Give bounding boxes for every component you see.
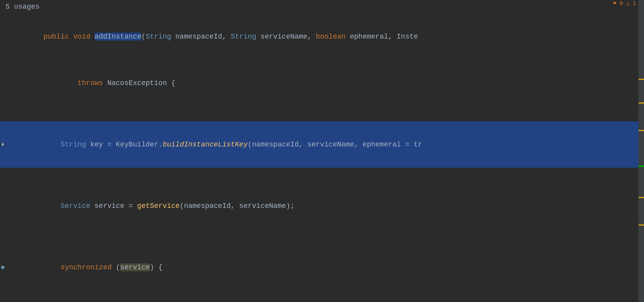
usages-header: 5 usages ⚑ 0 △ 1 — [0, 0, 644, 13]
token-synchronized: synchronized — [61, 263, 116, 271]
blank-line-5 — [0, 168, 644, 183]
gutter-marker-8 — [1, 266, 4, 269]
line-content-6: Service service = getService(namespaceId… — [6, 183, 644, 228]
token-indent2 — [43, 79, 77, 87]
token-paren1: ( — [141, 33, 146, 41]
token-throws: throws — [78, 79, 108, 87]
token-getservice: getService — [137, 202, 180, 210]
code-line-8: synchronized (service) { — [0, 244, 644, 291]
token-rest-params: ephemeral, Inste — [345, 33, 418, 41]
scroll-indicator-1 — [638, 79, 644, 80]
token-servicename-param: serviceName, — [256, 33, 316, 41]
token-dot1: . — [158, 141, 163, 148]
token-keybuilder: KeyBuilder — [116, 141, 158, 148]
token-boolean: boolean — [316, 33, 346, 41]
line-content-2: throws NacosException { — [6, 61, 644, 106]
token-service-var: service = — [90, 202, 137, 210]
line-content-1: public void addInstance(String namespace… — [6, 14, 644, 59]
token-equals-tr: = tr — [401, 141, 422, 148]
scroll-indicator-3 — [638, 130, 644, 131]
code-container: 5 usages ⚑ 0 △ 1 public void addInstance… — [0, 0, 644, 302]
token-void: void — [73, 33, 95, 41]
badge-errors: △ 1 — [626, 0, 636, 7]
token-indent8 — [43, 263, 60, 271]
token-namespace-param: namespaceId, — [171, 33, 231, 41]
code-line-6: Service service = getService(namespaceId… — [0, 183, 644, 229]
line-content-4: String key = KeyBuilder.buildInstanceLis… — [6, 122, 644, 167]
token-buildinstancelistkey: buildInstanceListKey — [163, 141, 248, 148]
line-content-9: List<Instance> instanceList = addIpAddre… — [6, 291, 644, 302]
token-string2: String — [231, 33, 256, 41]
top-badges: ⚑ 0 △ 1 — [613, 0, 636, 7]
scroll-indicator-2 — [638, 102, 644, 104]
token-public: public — [43, 33, 73, 41]
token-getservice-params: (namespaceId, serviceName); — [180, 202, 295, 210]
scroll-indicator-4 — [638, 165, 644, 167]
token-sync-paren: ( — [116, 263, 120, 271]
gutter-8 — [0, 266, 6, 269]
gutter-marker-4 — [1, 143, 4, 146]
blank-line-3 — [0, 106, 644, 121]
token-service-ref: service — [120, 263, 150, 271]
token-indent6 — [43, 202, 60, 210]
code-line-1: public void addInstance(String namespace… — [0, 13, 644, 60]
scroll-indicator-6 — [638, 224, 644, 226]
gutter-4 — [0, 143, 6, 146]
badge-warnings: ⚑ 0 — [613, 0, 623, 7]
token-nacos-exception: NacosException { — [107, 79, 175, 87]
line-content-8: synchronized (service) { — [6, 245, 644, 290]
usages-count: 5 usages — [0, 3, 39, 11]
token-indent4 — [43, 141, 60, 148]
token-key-decl: key = — [86, 141, 116, 148]
token-service-type: Service — [61, 202, 91, 210]
token-addinstance: addInstance — [95, 33, 141, 41]
token-string1: String — [146, 33, 171, 41]
code-line-4: String key = KeyBuilder.buildInstanceLis… — [0, 121, 644, 168]
code-editor: 5 usages ⚑ 0 △ 1 public void addInstance… — [0, 0, 644, 302]
scroll-indicator-5 — [638, 197, 644, 198]
token-sync-close: ) { — [150, 263, 163, 271]
token-string3: String — [61, 141, 86, 148]
token-keybuilder-params: (namespaceId, serviceName, ephemeral — [248, 141, 401, 148]
code-line-9: List<Instance> instanceList = addIpAddre… — [0, 291, 644, 302]
scrollbar[interactable] — [638, 0, 644, 302]
code-line-2: throws NacosException { — [0, 60, 644, 106]
blank-line-7 — [0, 229, 644, 244]
